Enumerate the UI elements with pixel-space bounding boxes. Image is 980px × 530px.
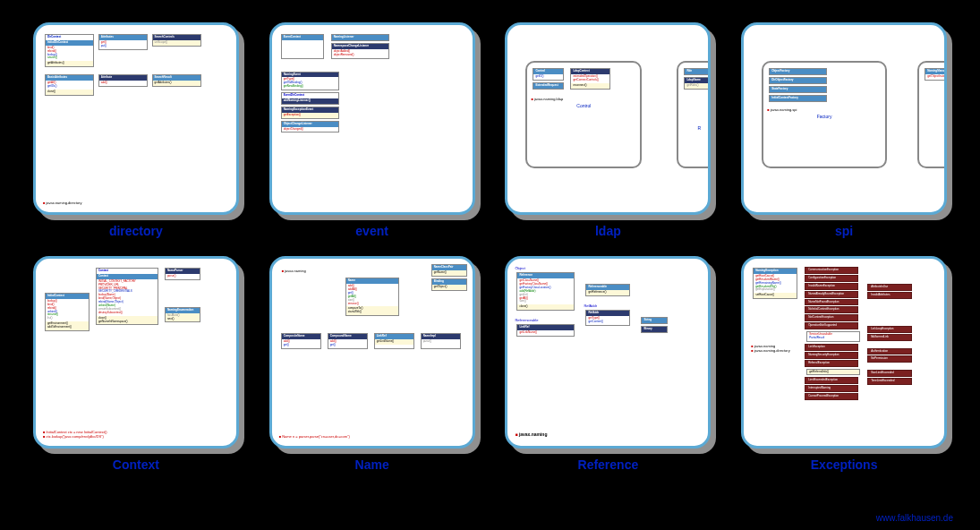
card-label: spi	[835, 224, 853, 238]
card-ldap[interactable]: ControlgetID() ExtendedRequest LdapConte…	[499, 22, 718, 238]
card-grid: DirContextInitialDirContextbind()rebind(…	[0, 0, 980, 485]
pkg-label: javax.naming	[519, 432, 548, 437]
card-event[interactable]: EventContext NamingListener NamespaceCha…	[263, 22, 481, 238]
card-directory[interactable]: DirContextInitialDirContextbind()rebind(…	[27, 22, 245, 238]
sub-label: Control	[531, 103, 636, 109]
card-label: event	[355, 224, 388, 238]
card-label: ldap	[595, 224, 621, 238]
card-spi[interactable]: ObjectFactory DirObjectFactory StateFact…	[735, 22, 953, 238]
card-label: Context	[113, 457, 159, 472]
card-label: Reference	[578, 457, 639, 472]
card-context[interactable]: InitialContextlookup()bind()rebind()unbi…	[27, 256, 245, 472]
card-label: Exceptions	[811, 457, 878, 472]
sub-label: R	[682, 125, 711, 132]
card-label: directory	[109, 224, 163, 238]
card-exceptions[interactable]: NamingExceptiongetRootCause()getResolved…	[735, 256, 953, 472]
card-reference[interactable]: Object ReferencegetClassName()getFactory…	[499, 256, 718, 472]
sub-label: Factory	[767, 114, 882, 120]
footer-link[interactable]: www.falkhausen.de	[876, 513, 953, 523]
card-name[interactable]: ■ javax.naming Nameadd()addAll()get()get…	[263, 256, 481, 472]
card-label: Name	[355, 457, 389, 472]
